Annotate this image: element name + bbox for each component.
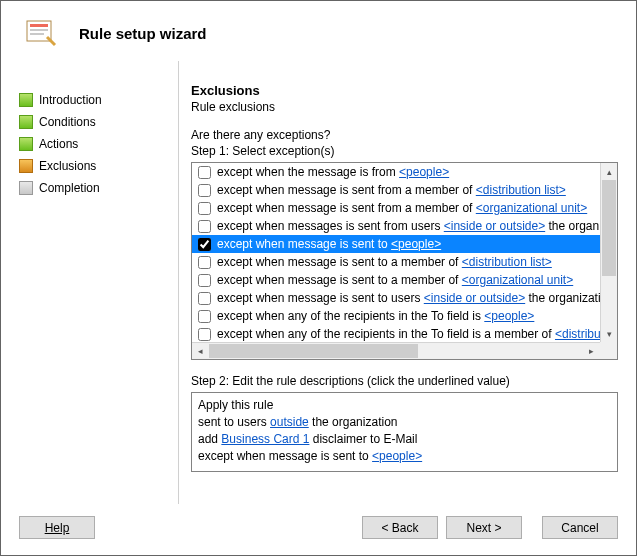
step1-label: Step 1: Select exception(s) <box>191 144 618 158</box>
sidebar-step-icon <box>19 181 33 195</box>
sidebar-item-label: Completion <box>39 181 100 195</box>
rule-description-box: Apply this rulesent to users outside the… <box>191 392 618 472</box>
exception-row[interactable]: except when message is sent from a membe… <box>192 181 600 199</box>
scroll-down-button[interactable]: ▾ <box>601 325 617 342</box>
exception-text: except when message is sent to users <in… <box>217 291 600 305</box>
exception-value-link[interactable]: <distribut <box>555 327 600 341</box>
sidebar-item-completion[interactable]: Completion <box>19 177 178 199</box>
scroll-right-button[interactable]: ▸ <box>583 343 600 359</box>
horizontal-scrollbar[interactable]: ◂ ▸ <box>192 342 600 359</box>
exception-text: except when message is sent to <people> <box>217 237 441 251</box>
exception-value-link[interactable]: <distribution list> <box>476 183 566 197</box>
help-button[interactable]: Help <box>19 516 95 539</box>
section-subtitle: Rule exclusions <box>191 100 618 114</box>
exception-checkbox[interactable] <box>198 166 211 179</box>
exception-checkbox[interactable] <box>198 292 211 305</box>
description-value-link[interactable]: outside <box>270 415 309 429</box>
description-line: add Business Card 1 disclaimer to E-Mail <box>198 431 611 448</box>
exception-value-link[interactable]: <inside or outside> <box>424 291 525 305</box>
exception-checkbox[interactable] <box>198 310 211 323</box>
exception-checkbox[interactable] <box>198 220 211 233</box>
exception-row[interactable]: except when message is sent from a membe… <box>192 199 600 217</box>
exception-row[interactable]: except when message is sent to users <in… <box>192 289 600 307</box>
exception-text: except when the message is from <people> <box>217 165 449 179</box>
cancel-button[interactable]: Cancel <box>542 516 618 539</box>
sidebar-item-label: Conditions <box>39 115 96 129</box>
exception-row[interactable]: except when any of the recipients in the… <box>192 307 600 325</box>
description-value-link[interactable]: <people> <box>372 449 422 463</box>
back-button[interactable]: < Back <box>362 516 438 539</box>
sidebar-item-label: Actions <box>39 137 78 151</box>
wizard-title: Rule setup wizard <box>79 25 207 42</box>
exception-text: except when messages is sent from users … <box>217 219 600 233</box>
sidebar-item-introduction[interactable]: Introduction <box>19 89 178 111</box>
exception-checkbox[interactable] <box>198 184 211 197</box>
svg-rect-1 <box>30 24 48 27</box>
exception-value-link[interactable]: <inside or outside> <box>444 219 545 233</box>
description-line: Apply this rule <box>198 397 611 414</box>
vertical-scroll-thumb[interactable] <box>602 180 616 276</box>
next-button[interactable]: Next > <box>446 516 522 539</box>
description-line: sent to users outside the organization <box>198 414 611 431</box>
description-value-link[interactable]: Business Card 1 <box>221 432 309 446</box>
exception-value-link[interactable]: <people> <box>484 309 534 323</box>
sidebar-item-label: Introduction <box>39 93 102 107</box>
scroll-corner <box>600 342 617 359</box>
exception-text: except when any of the recipients in the… <box>217 309 534 323</box>
description-line: except when message is sent to <people> <box>198 448 611 465</box>
sidebar-item-actions[interactable]: Actions <box>19 133 178 155</box>
header: Rule setup wizard <box>1 1 636 61</box>
exceptions-question: Are there any exceptions? <box>191 128 618 142</box>
exception-row[interactable]: except when message is sent to a member … <box>192 253 600 271</box>
sidebar: IntroductionConditionsActionsExclusionsC… <box>19 61 179 504</box>
exception-value-link[interactable]: <people> <box>399 165 449 179</box>
exception-value-link[interactable]: <people> <box>391 237 441 251</box>
exception-checkbox[interactable] <box>198 256 211 269</box>
exception-checkbox[interactable] <box>198 328 211 341</box>
exceptions-listbox[interactable]: except when the message is from <people>… <box>191 162 618 360</box>
exception-text: except when message is sent to a member … <box>217 273 573 287</box>
step2-label: Step 2: Edit the rule descriptions (clic… <box>191 374 618 388</box>
vertical-scrollbar[interactable]: ▴ ▾ <box>600 163 617 342</box>
sidebar-step-icon <box>19 93 33 107</box>
sidebar-step-icon <box>19 115 33 129</box>
exception-checkbox[interactable] <box>198 202 211 215</box>
exception-row[interactable]: except when message is sent to a member … <box>192 271 600 289</box>
sidebar-item-label: Exclusions <box>39 159 96 173</box>
sidebar-item-exclusions[interactable]: Exclusions <box>19 155 178 177</box>
scroll-up-button[interactable]: ▴ <box>601 163 617 180</box>
exception-row[interactable]: except when messages is sent from users … <box>192 217 600 235</box>
exception-text: except when any of the recipients in the… <box>217 327 600 341</box>
horizontal-scroll-thumb[interactable] <box>209 344 418 358</box>
exception-row[interactable]: except when the message is from <people> <box>192 163 600 181</box>
exception-value-link[interactable]: <organizational unit> <box>476 201 587 215</box>
exception-value-link[interactable]: <organizational unit> <box>462 273 573 287</box>
exception-value-link[interactable]: <distribution list> <box>462 255 552 269</box>
sidebar-step-icon <box>19 137 33 151</box>
scroll-left-button[interactable]: ◂ <box>192 343 209 359</box>
svg-rect-3 <box>30 33 44 35</box>
sidebar-step-icon <box>19 159 33 173</box>
rule-setup-wizard-window: Rule setup wizard IntroductionConditions… <box>0 0 637 556</box>
svg-rect-2 <box>30 29 48 31</box>
exception-row[interactable]: except when any of the recipients in the… <box>192 325 600 342</box>
exception-checkbox[interactable] <box>198 238 211 251</box>
section-title: Exclusions <box>191 83 618 98</box>
exception-text: except when message is sent from a membe… <box>217 201 587 215</box>
footer: Help < Back Next > Cancel <box>1 504 636 555</box>
exception-row[interactable]: except when message is sent to <people> <box>192 235 600 253</box>
exception-checkbox[interactable] <box>198 274 211 287</box>
exception-text: except when message is sent to a member … <box>217 255 552 269</box>
wizard-icon <box>23 15 59 51</box>
sidebar-item-conditions[interactable]: Conditions <box>19 111 178 133</box>
exception-text: except when message is sent from a membe… <box>217 183 566 197</box>
